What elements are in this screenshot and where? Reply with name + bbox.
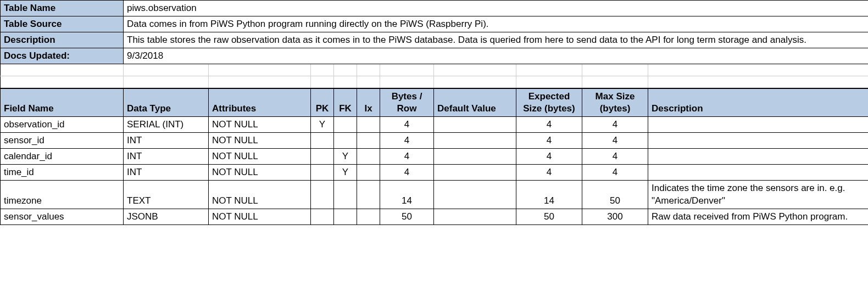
cell-fk [334,209,357,224]
meta-value: piws.observation [124,1,869,16]
cell-max: 4 [582,165,648,181]
col-header-type: Data Type [124,88,209,117]
cell-fk [334,133,357,149]
cell-fk: Y [334,149,357,165]
cell-type: INT [124,165,209,181]
cell-desc [648,117,869,133]
col-header-bpr: Bytes / Row [380,88,434,117]
meta-label: Table Name [1,1,124,16]
meta-value: Data comes in from PiWS Python program r… [124,16,869,32]
cell-max: 4 [582,149,648,165]
cell-type: INT [124,149,209,165]
meta-value: 9/3/2018 [124,48,869,64]
cell-attr: NOT NULL [209,181,311,209]
cell-type: INT [124,133,209,149]
cell-bpr: 14 [380,181,434,209]
cell-desc: Indicates the time zone the sensors are … [648,181,869,209]
cell-def [434,181,516,209]
col-header-ix: Ix [357,88,380,117]
cell-exp: 4 [516,117,582,133]
cell-pk [311,149,334,165]
cell-attr: NOT NULL [209,117,311,133]
meta-label: Table Source [1,16,124,32]
cell-exp: 4 [516,165,582,181]
cell-pk [311,133,334,149]
col-header-attr: Attributes [209,88,311,117]
col-header-desc: Description [648,88,869,117]
meta-row-table-source: Table Source Data comes in from PiWS Pyt… [1,16,869,32]
meta-label: Description [1,32,124,48]
table-row: time_idINTNOT NULLY444 [1,165,869,181]
table-row: calendar_idINTNOT NULLY444 [1,149,869,165]
table-row: observation_idSERIAL (INT)NOT NULLY444 [1,117,869,133]
meta-row-table-name: Table Name piws.observation [1,1,869,16]
cell-fk [334,117,357,133]
gap-row [1,76,869,88]
cell-def [434,117,516,133]
meta-value: This table stores the raw observation da… [124,32,869,48]
column-header-row: Field Name Data Type Attributes PK FK Ix… [1,88,869,117]
cell-ix [357,117,380,133]
cell-fk: Y [334,165,357,181]
cell-field: sensor_id [1,133,124,149]
cell-desc [648,133,869,149]
cell-attr: NOT NULL [209,165,311,181]
gap-row [1,64,869,76]
cell-field: time_id [1,165,124,181]
cell-desc [648,165,869,181]
cell-max: 300 [582,209,648,224]
cell-type: TEXT [124,181,209,209]
cell-desc [648,149,869,165]
cell-ix [357,149,380,165]
cell-bpr: 4 [380,133,434,149]
col-header-exp: Expected Size (bytes) [516,88,582,117]
cell-exp: 4 [516,149,582,165]
cell-pk [311,165,334,181]
cell-max: 4 [582,133,648,149]
cell-attr: NOT NULL [209,133,311,149]
cell-ix [357,181,380,209]
cell-attr: NOT NULL [209,209,311,224]
cell-field: timezone [1,181,124,209]
cell-exp: 14 [516,181,582,209]
cell-ix [357,133,380,149]
table-row: sensor_valuesJSONBNOT NULL5050300Raw dat… [1,209,869,224]
cell-def [434,209,516,224]
table-doc: Table Name piws.observation Table Source… [0,0,868,225]
col-header-field: Field Name [1,88,124,117]
meta-label: Docs Updated: [1,48,124,64]
cell-ix [357,165,380,181]
cell-bpr: 4 [380,149,434,165]
meta-row-description: Description This table stores the raw ob… [1,32,869,48]
cell-type: SERIAL (INT) [124,117,209,133]
cell-attr: NOT NULL [209,149,311,165]
cell-def [434,149,516,165]
cell-max: 4 [582,117,648,133]
cell-bpr: 4 [380,165,434,181]
cell-bpr: 4 [380,117,434,133]
cell-max: 50 [582,181,648,209]
cell-bpr: 50 [380,209,434,224]
cell-pk [311,181,334,209]
cell-desc: Raw data received from PiWS Python progr… [648,209,869,224]
cell-def [434,133,516,149]
table-row: timezoneTEXTNOT NULL141450Indicates the … [1,181,869,209]
cell-pk: Y [311,117,334,133]
cell-field: sensor_values [1,209,124,224]
cell-def [434,165,516,181]
cell-field: observation_id [1,117,124,133]
cell-exp: 50 [516,209,582,224]
cell-fk [334,181,357,209]
cell-exp: 4 [516,133,582,149]
cell-type: JSONB [124,209,209,224]
cell-ix [357,209,380,224]
cell-pk [311,209,334,224]
col-header-max: Max Size (bytes) [582,88,648,117]
col-header-fk: FK [334,88,357,117]
col-header-def: Default Value [434,88,516,117]
col-header-pk: PK [311,88,334,117]
meta-row-docs-updated: Docs Updated: 9/3/2018 [1,48,869,64]
cell-field: calendar_id [1,149,124,165]
table-row: sensor_idINTNOT NULL444 [1,133,869,149]
